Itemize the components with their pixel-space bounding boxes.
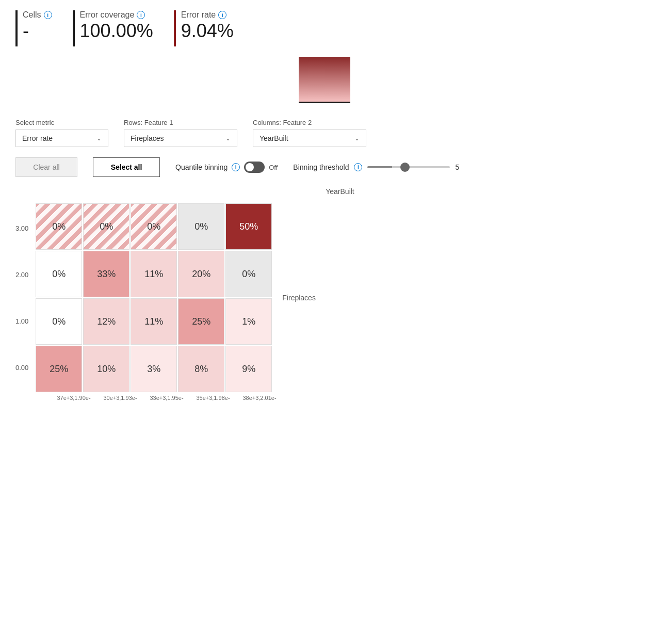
columns-chevron-icon: ⌄ xyxy=(354,135,360,142)
error-coverage-bar xyxy=(73,10,75,46)
row-label-1: 1.00 xyxy=(15,298,31,344)
select-all-button[interactable]: Select all xyxy=(93,157,160,177)
columns-dropdown-label: Columns: Feature 2 xyxy=(253,119,366,126)
row-label-3: 3.00 xyxy=(15,205,31,251)
toggle-track[interactable] xyxy=(244,162,265,173)
rows-dropdown[interactable]: Fireplaces ⌄ xyxy=(124,130,237,147)
error-rate-label-text: Error rate xyxy=(181,10,216,20)
metric-chevron-icon: ⌄ xyxy=(96,135,102,142)
metric-dropdown-label: Select metric xyxy=(15,119,108,126)
cells-label-text: Cells xyxy=(23,10,41,20)
table-row[interactable]: 0% xyxy=(36,251,82,297)
table-row[interactable]: 1% xyxy=(225,298,272,345)
error-rate-bar xyxy=(174,10,176,46)
cells-metric: Cells i - xyxy=(15,10,52,46)
col-axis-label-0: 37e+3,1.90e- xyxy=(51,395,97,401)
error-coverage-metric: Error coverage i 100.00% xyxy=(73,10,153,46)
binning-slider-container: 5 xyxy=(367,163,459,171)
table-row[interactable]: 20% xyxy=(178,251,224,297)
metrics-row: Cells i - Error coverage i 100.00% Error… xyxy=(15,10,634,46)
color-swatch-container xyxy=(15,57,634,103)
clear-all-button[interactable]: Clear all xyxy=(15,157,77,177)
row-label-2: 2.00 xyxy=(15,251,31,298)
table-row[interactable]: 0% xyxy=(36,298,82,345)
metric-dropdown[interactable]: Error rate ⌄ xyxy=(15,130,108,147)
quantile-binning-label: Quantile binning xyxy=(175,163,228,171)
cells-info-icon[interactable]: i xyxy=(44,11,52,19)
quantile-binning-info-icon[interactable]: i xyxy=(232,163,240,171)
table-row[interactable]: 9% xyxy=(225,346,272,392)
binning-threshold-slider[interactable] xyxy=(367,166,450,168)
table-row[interactable]: 0% xyxy=(36,203,82,250)
binning-threshold-info-icon[interactable]: i xyxy=(354,163,362,171)
cells-value: - xyxy=(23,20,52,42)
error-coverage-label: Error coverage i xyxy=(80,10,153,20)
quantile-binning-group: Quantile binning i Off xyxy=(175,162,278,173)
toggle-thumb xyxy=(246,163,254,171)
col-axis-label-3: 35e+3,1.98e- xyxy=(190,395,236,401)
row-label-0: 0.00 xyxy=(15,344,31,391)
error-coverage-value: 100.00% xyxy=(80,20,153,42)
columns-dropdown[interactable]: YearBuilt ⌄ xyxy=(253,130,366,147)
table-row[interactable]: 0% xyxy=(131,203,177,250)
rows-selected-value: Fireplaces xyxy=(131,134,164,142)
color-swatch xyxy=(299,57,350,103)
toggle-state-label: Off xyxy=(269,164,278,171)
dropdowns-row: Select metric Error rate ⌄ Rows: Feature… xyxy=(15,119,634,147)
table-row[interactable]: 11% xyxy=(131,251,177,297)
error-coverage-info-icon[interactable]: i xyxy=(137,11,145,19)
col-axis-label-4: 38e+3,2.01e- xyxy=(236,395,283,401)
error-rate-value: 9.04% xyxy=(181,20,234,42)
table-row[interactable]: 12% xyxy=(83,298,129,345)
error-coverage-label-text: Error coverage xyxy=(80,10,135,20)
table-row[interactable]: 11% xyxy=(131,298,177,345)
matrix-grid: 0% 0% 0% 0% 50% 0% 33% 11% 20% 0% 0% 12%… xyxy=(36,203,272,392)
table-row[interactable]: 0% xyxy=(178,203,224,250)
table-row[interactable]: 3% xyxy=(131,346,177,392)
cells-bar xyxy=(15,10,18,46)
error-rate-label: Error rate i xyxy=(181,10,234,20)
table-row[interactable]: 33% xyxy=(83,251,129,297)
table-row[interactable]: 25% xyxy=(178,298,224,345)
columns-dropdown-group: Columns: Feature 2 YearBuilt ⌄ xyxy=(253,119,366,147)
table-row[interactable]: 10% xyxy=(83,346,129,392)
table-row[interactable]: 25% xyxy=(36,346,82,392)
matrix-row-labels: 3.00 2.00 1.00 0.00 xyxy=(15,205,31,391)
controls-section: Select metric Error rate ⌄ Rows: Feature… xyxy=(15,119,634,177)
metric-selected-value: Error rate xyxy=(22,134,53,142)
table-row[interactable]: 0% xyxy=(225,251,272,297)
col-axis-label-2: 33e+3,1.95e- xyxy=(143,395,190,401)
quantile-toggle[interactable]: Off xyxy=(244,162,278,173)
table-row[interactable]: 50% xyxy=(225,203,272,250)
rows-dropdown-group: Rows: Feature 1 Fireplaces ⌄ xyxy=(124,119,237,147)
binning-threshold-value: 5 xyxy=(455,163,459,171)
matrix-row-axis-label: Fireplaces xyxy=(282,294,316,302)
table-row[interactable]: 0% xyxy=(83,203,129,250)
columns-selected-value: YearBuilt xyxy=(259,134,288,142)
matrix-section: YearBuilt 3.00 2.00 1.00 0.00 0% 0% 0% 0… xyxy=(15,187,634,401)
binning-threshold-label: Binning threshold xyxy=(293,163,349,171)
error-rate-metric: Error rate i 9.04% xyxy=(174,10,234,46)
cells-label: Cells i xyxy=(23,10,52,20)
binning-threshold-group: Binning threshold i 5 xyxy=(293,163,459,171)
matrix-body: 3.00 2.00 1.00 0.00 0% 0% 0% 0% 50% 0% 3… xyxy=(15,203,634,392)
metric-dropdown-group: Select metric Error rate ⌄ xyxy=(15,119,108,147)
rows-dropdown-label: Rows: Feature 1 xyxy=(124,119,237,126)
matrix-col-axis-label: YearBuilt xyxy=(46,187,634,196)
col-axis-labels: 37e+3,1.90e- 30e+3,1.93e- 33e+3,1.95e- 3… xyxy=(51,395,634,401)
col-axis-label-1: 30e+3,1.93e- xyxy=(97,395,143,401)
rows-chevron-icon: ⌄ xyxy=(225,135,231,142)
error-rate-info-icon[interactable]: i xyxy=(218,11,226,19)
table-row[interactable]: 8% xyxy=(178,346,224,392)
buttons-binning-row: Clear all Select all Quantile binning i … xyxy=(15,157,634,177)
